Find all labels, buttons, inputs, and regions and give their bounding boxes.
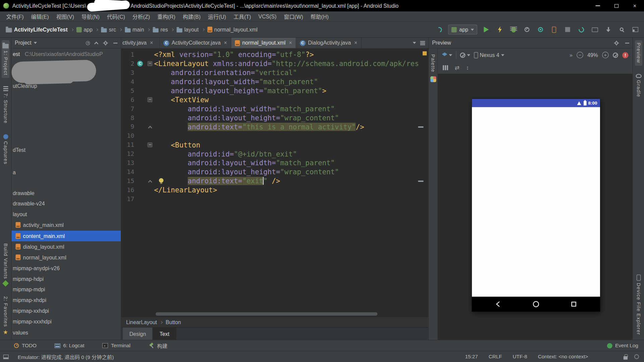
swap-vertical-icon[interactable]: ↕ — [466, 65, 469, 70]
locate-file-icon[interactable] — [86, 41, 90, 45]
collapse-all-icon[interactable] — [94, 42, 98, 46]
code-line[interactable]: 5 android:layout_height="match_parent"> — [121, 86, 428, 95]
editor-tab-normal-layout-xml[interactable]: normal_layout.xml× — [231, 38, 296, 48]
tree-item-mipmap-xxhdpi[interactable]: mipmap-xxhdpi — [11, 305, 121, 316]
menu-item-文件-f[interactable]: 文件(F) — [2, 12, 27, 20]
code-line[interactable]: 9 android:text="this is a normal activit… — [121, 122, 428, 131]
code-line[interactable]: 6− <TextView — [121, 95, 428, 104]
menu-item-工具-t[interactable]: 工具(T) — [230, 12, 255, 20]
chevron-down-icon[interactable] — [34, 42, 37, 44]
sdk-manager-button[interactable] — [604, 24, 613, 34]
breadcrumb-src[interactable]: src — [101, 26, 116, 33]
maximize-button[interactable] — [607, 0, 626, 11]
menu-item-代码-c[interactable]: 代码(C) — [103, 12, 129, 20]
tree-item-values[interactable]: values — [11, 327, 121, 338]
tree-item-est[interactable]: estC:\Users\xiaofan\AndroidStudioP — [11, 48, 121, 59]
tree-item-drawable-v24[interactable]: drawable-v24 — [11, 198, 121, 209]
run-config-select[interactable]: app — [448, 24, 477, 34]
tree-item-dtest[interactable]: dTest — [11, 144, 121, 155]
tree-item-mipmap-xhdpi[interactable]: mipmap-xhdpi — [11, 295, 121, 305]
menu-item-导航-n[interactable]: 导航(N) — [78, 12, 103, 20]
code-line[interactable]: 8 android:layout_height="wrap_content" — [121, 113, 428, 122]
code-line[interactable]: 10 — [121, 131, 428, 140]
tab-close-icon[interactable]: × — [354, 40, 357, 46]
toolwindow-button-gradle[interactable]: Gradle — [635, 71, 642, 100]
code-line[interactable]: 1<?xml version="1.0" encoding="utf-8"?> — [121, 50, 428, 59]
editor-tab-dialogactivity-java[interactable]: CDialogActivity.java× — [296, 38, 362, 48]
tabs-dropdown-icon[interactable] — [413, 42, 416, 44]
gear-icon[interactable] — [615, 41, 618, 45]
tree-item-mipmap-anydpi-v26[interactable]: mipmap-anydpi-v26 — [11, 263, 121, 274]
code-line[interactable]: 12 android:id="@+id/btn_exit" — [121, 149, 428, 159]
editor-mode-tab-design[interactable]: Design — [123, 327, 153, 340]
background-tasks-icon[interactable] — [634, 354, 639, 359]
lock-icon[interactable] — [624, 356, 628, 359]
hide-panel-icon[interactable] — [625, 43, 629, 43]
horizontal-scrollbar-thumb[interactable] — [156, 312, 377, 316]
code-line[interactable]: 14 android:layout_height="wrap_content" — [121, 168, 428, 177]
toolwindow-button-构建[interactable]: 构建 — [149, 342, 167, 349]
tab-close-icon[interactable]: × — [224, 40, 227, 46]
toolwindow-button-1-project[interactable]: 1: Project — [2, 40, 9, 78]
editor-tab-ctivity-java[interactable]: ctivity.java× — [121, 38, 160, 48]
breadcrumb-activitylifecycletest[interactable]: ActivityLifeCycleTest — [6, 26, 67, 33]
fold-marker-icon[interactable]: − — [148, 97, 153, 102]
breadcrumb-res[interactable]: res — [153, 26, 168, 33]
toolwindow-layout-button[interactable] — [631, 24, 640, 34]
caret-position[interactable]: 15:27 — [465, 354, 478, 360]
toolwindow-button-device-file-explorer[interactable]: Device File Explorer — [635, 272, 642, 337]
toolwindow-button-preview[interactable]: Preview — [635, 40, 642, 66]
code-line[interactable]: 16</LinearLayout> — [121, 185, 428, 194]
render-errors-icon[interactable]: ! — [622, 52, 628, 58]
code-line[interactable]: 2C−<LinearLayout xmlns:android="http://s… — [121, 59, 428, 68]
tab-close-icon[interactable]: × — [150, 40, 153, 46]
column-mode-icon[interactable] — [443, 65, 448, 70]
fold-marker-icon[interactable]: − — [148, 61, 153, 66]
palette-icon[interactable] — [430, 76, 436, 82]
xml-breadcrumb-linearlayout[interactable]: LinearLayout — [126, 319, 157, 325]
device-select[interactable]: Nexus 4 — [474, 52, 504, 58]
menu-item-帮助-h[interactable]: 帮助(H) — [307, 12, 332, 20]
context-widget[interactable]: Context: <no context> — [538, 354, 588, 360]
fold-marker-icon[interactable]: − — [148, 142, 153, 147]
fold-end-marker-icon[interactable] — [148, 180, 152, 184]
search-everywhere-button[interactable] — [617, 24, 626, 34]
tree-item-drawable[interactable]: drawable — [11, 188, 121, 198]
toolwindow-button-7-structure[interactable]: 7: Structure — [2, 83, 9, 126]
menu-item-编辑-e[interactable]: 编辑(E) — [28, 12, 53, 20]
toolwindow-button-captures[interactable]: Captures — [2, 132, 9, 167]
attach-debugger-button[interactable] — [435, 24, 444, 34]
profile-button[interactable] — [523, 24, 532, 34]
toolwindow-button-event-log[interactable]: Event Log — [607, 343, 638, 348]
editor-mode-tab-text[interactable]: Text — [153, 327, 176, 340]
menu-item-vcs-s[interactable]: VCS(S) — [255, 13, 280, 19]
palette-label[interactable]: Palette — [430, 54, 436, 72]
toolwindow-button-todo[interactable]: TODO — [14, 343, 37, 348]
menu-item-视图-v[interactable]: 视图(V) — [53, 12, 78, 20]
xml-breadcrumb-button[interactable]: Button — [166, 319, 181, 325]
tree-item-mipmap-xxxhdpi[interactable]: mipmap-xxxhdpi — [11, 316, 121, 327]
menu-item-分析-z[interactable]: 分析(Z) — [129, 12, 154, 20]
breadcrumb-layout[interactable]: layout — [176, 26, 199, 33]
line-separator[interactable]: CRLF — [489, 354, 502, 360]
breadcrumb-app[interactable]: app — [76, 26, 93, 33]
toolwindow-button-2-favorites[interactable]: 2: Favorites★ — [2, 294, 9, 337]
toolwindow-switcher-icon[interactable] — [3, 354, 9, 359]
theme-select[interactable] — [460, 52, 470, 58]
tree-item-normal-layout-xml[interactable]: normal_layout.xml — [11, 252, 121, 263]
tree-item-dialog-layout-xml[interactable]: dialog_layout.xml — [11, 241, 121, 252]
android-profiler-button[interactable] — [536, 24, 545, 34]
breadcrumb-normal-layout-xml[interactable]: normal_layout.xml — [207, 26, 258, 33]
code-line[interactable]: 11− <Button — [121, 140, 428, 149]
zoom-out-button[interactable]: − — [577, 52, 583, 58]
tree-item-layout[interactable]: layout — [11, 209, 121, 220]
hide-panel-icon[interactable] — [113, 43, 117, 43]
code-line[interactable]: 4 android:layout_width="match_parent" — [121, 77, 428, 86]
toolwindow-button-terminal[interactable]: ›Terminal — [102, 343, 130, 348]
breadcrumb-main[interactable]: main — [125, 26, 144, 33]
close-button[interactable]: × — [626, 0, 644, 11]
tabs-menu-icon[interactable] — [420, 41, 425, 45]
fold-end-marker-icon[interactable] — [148, 126, 152, 130]
zoom-in-button[interactable]: + — [602, 52, 609, 58]
code-line[interactable]: 15 android:text="exit" /> — [121, 177, 428, 186]
